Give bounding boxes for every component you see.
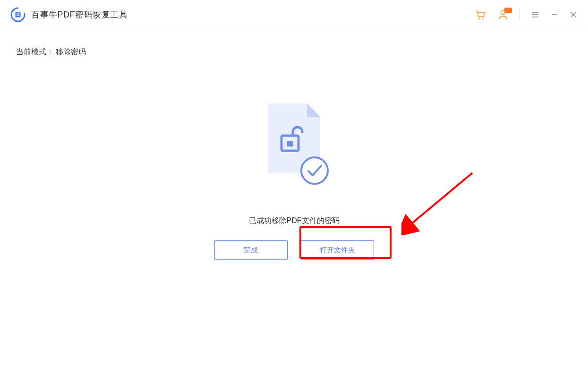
app-title: 百事牛PDF密码恢复工具 (31, 9, 128, 20)
app-logo-icon (10, 7, 26, 22)
mode-row: 当前模式： 移除密码 (16, 47, 572, 57)
titlebar: 百事牛PDF密码恢复工具 (0, 0, 588, 29)
minimize-icon[interactable] (550, 10, 559, 19)
content-area: 当前模式： 移除密码 已成功移除PDF (0, 29, 588, 260)
svg-rect-3 (18, 13, 19, 14)
svg-point-7 (482, 18, 484, 19)
mode-label: 当前模式： (16, 47, 54, 57)
mode-value: 移除密码 (56, 47, 86, 57)
success-illustration (254, 100, 334, 190)
title-right (474, 9, 578, 21)
svg-rect-16 (287, 141, 293, 147)
done-button[interactable]: 完成 (214, 240, 288, 260)
result-block: 已成功移除PDF文件的密码 完成 打开文件夹 (16, 100, 572, 260)
svg-point-17 (301, 157, 328, 184)
svg-rect-2 (17, 13, 17, 14)
close-icon[interactable] (569, 10, 578, 19)
svg-rect-1 (16, 12, 21, 17)
status-text: 已成功移除PDF文件的密码 (249, 216, 340, 226)
svg-rect-5 (18, 15, 19, 16)
menu-icon[interactable] (530, 10, 540, 19)
title-left: 百事牛PDF密码恢复工具 (10, 7, 128, 22)
open-folder-button[interactable]: 打开文件夹 (301, 240, 374, 260)
button-row: 完成 打开文件夹 (214, 240, 374, 260)
svg-point-6 (478, 18, 480, 19)
svg-rect-4 (17, 15, 17, 16)
divider (520, 9, 520, 20)
cart-icon[interactable] (474, 9, 486, 21)
user-icon[interactable] (497, 9, 509, 21)
